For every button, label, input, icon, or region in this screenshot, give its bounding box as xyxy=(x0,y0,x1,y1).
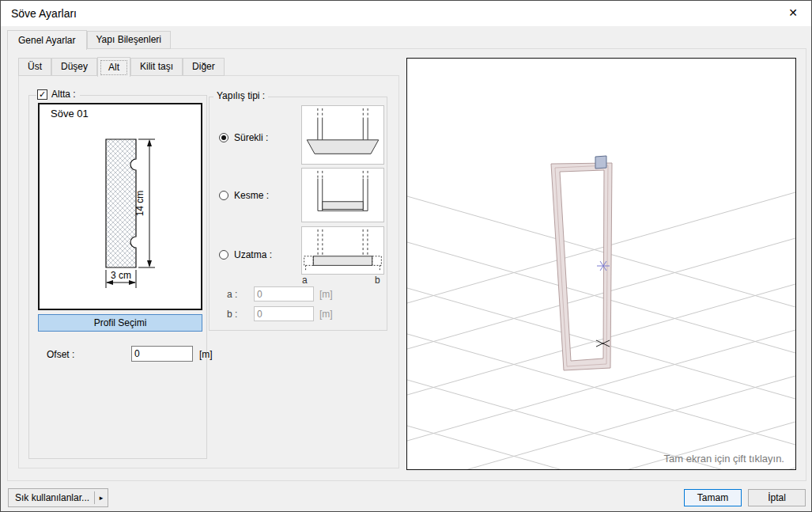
a-unit: [m] xyxy=(319,289,333,300)
width-dimension-label: 3 cm xyxy=(111,270,131,281)
alt-sove-group: Söve 01 xyxy=(28,95,207,459)
sik-kullanilanlar-button[interactable]: Sık kullanılanlar... ▸ xyxy=(8,488,108,507)
preview-3d-viewport[interactable] xyxy=(407,59,795,469)
yapilis-tipi-title: Yapılış tipi : xyxy=(213,90,268,101)
profile-shape xyxy=(106,139,136,267)
b-label: b : xyxy=(227,309,237,320)
sik-kullanilanlar-label: Sık kullanılanlar... xyxy=(9,492,94,503)
ofset-label: Ofset : xyxy=(47,349,74,360)
tab-diger[interactable]: Diğer xyxy=(183,58,225,76)
radio-surekli[interactable] xyxy=(219,133,228,142)
a-input[interactable] xyxy=(254,286,314,302)
main-tab-strip: Genel Ayarlar Yapı Bileşenleri xyxy=(7,30,171,49)
a-label: a : xyxy=(227,289,237,300)
b-input[interactable] xyxy=(254,306,314,321)
preview-3d-panel[interactable]: Tam ekran için çift tıklayın. xyxy=(406,58,796,470)
radio-kesme[interactable] xyxy=(219,191,228,200)
keystone-marker xyxy=(595,156,606,169)
radio-kesme-label: Kesme : xyxy=(234,190,269,201)
ofset-input[interactable] xyxy=(131,346,193,362)
close-icon[interactable]: ✕ xyxy=(775,1,811,25)
height-dimension-label: 14 cm xyxy=(134,191,145,217)
uzatma-a-letter: a xyxy=(302,275,308,286)
b-unit: [m] xyxy=(319,309,333,320)
altta-checkbox-row: ✓ Altta : xyxy=(36,89,80,100)
profile-preview-box: Söve 01 xyxy=(38,103,202,310)
yapilis-tipi-group: Yapılış tipi : Sürekli : xyxy=(209,97,387,331)
window-title: Söve Ayarları xyxy=(11,7,77,20)
ofset-unit: [m] xyxy=(199,349,213,360)
check-icon: ✓ xyxy=(39,89,46,99)
tab-genel-ayarlar[interactable]: Genel Ayarlar xyxy=(7,30,87,50)
fullscreen-hint: Tam ekran için çift tıklayın. xyxy=(664,453,784,465)
iptal-button[interactable]: İptal xyxy=(748,489,806,506)
genel-ayarlar-page: Üst Düşey Alt Kilit taşı Diğer ✓ Altta :… xyxy=(7,48,806,481)
altta-checkbox-label: Altta : xyxy=(51,89,76,100)
kesme-diagram[interactable] xyxy=(301,168,384,222)
tab-dusey[interactable]: Düşey xyxy=(51,58,97,76)
radio-surekli-label: Sürekli : xyxy=(234,132,268,143)
floor-grid xyxy=(407,192,795,469)
sub-tab-strip: Üst Düşey Alt Kilit taşı Diğer xyxy=(18,57,225,76)
uzatma-diagram[interactable] xyxy=(301,226,384,275)
tamam-button[interactable]: Tamam xyxy=(684,489,742,506)
altta-checkbox[interactable]: ✓ xyxy=(37,89,47,100)
sove-ayarlari-dialog: Söve Ayarları ✕ Genel Ayarlar Yapı Bileş… xyxy=(0,0,812,512)
profil-secimi-button[interactable]: Profil Seçimi xyxy=(38,314,202,332)
profile-diagram: 14 cm 3 cm xyxy=(40,104,201,309)
radio-uzatma[interactable] xyxy=(219,250,228,260)
tab-ust[interactable]: Üst xyxy=(18,58,51,76)
tab-yapi-bilesenleri[interactable]: Yapı Bileşenleri xyxy=(87,31,172,49)
tab-kilit-tasi[interactable]: Kilit taşı xyxy=(130,58,183,76)
radio-uzatma-label: Uzatma : xyxy=(234,249,272,260)
titlebar: Söve Ayarları ✕ xyxy=(1,1,811,26)
arrow-right-icon: ▸ xyxy=(95,494,108,502)
surekli-diagram[interactable] xyxy=(301,105,384,165)
uzatma-b-letter: b xyxy=(375,275,380,286)
tab-alt[interactable]: Alt xyxy=(97,57,130,77)
profile-name: Söve 01 xyxy=(51,108,89,119)
alt-tab-page: ✓ Altta : Söve 01 xyxy=(18,75,399,468)
